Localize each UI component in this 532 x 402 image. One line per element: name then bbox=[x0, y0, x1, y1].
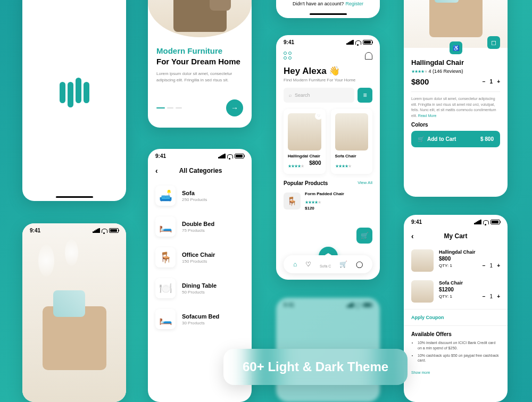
cart-item[interactable]: Hallingdal Chair$800QTY: 1− 1 + bbox=[404, 245, 508, 276]
add-to-cart-button[interactable]: 🛒Add to Cart$ 800 bbox=[411, 131, 500, 147]
next-button[interactable]: → bbox=[226, 99, 243, 116]
cart-item[interactable]: Sofa Chair$1200QTY: 1− 1 + bbox=[404, 276, 508, 307]
apply-coupon-link[interactable]: Apply Coupon bbox=[404, 309, 508, 326]
category-item[interactable]: 🍽️Dining Table50 Products bbox=[148, 273, 252, 304]
cart-image bbox=[411, 249, 434, 272]
home-indicator bbox=[310, 13, 347, 15]
hero-image bbox=[148, 0, 252, 37]
popular-item[interactable]: 🪑Form Padded Chair★★★★★$120 bbox=[276, 189, 380, 213]
chair-icon: 🪑 bbox=[155, 247, 176, 267]
view-all-link[interactable]: View All bbox=[358, 180, 372, 186]
price: $800 bbox=[411, 77, 429, 86]
product-image bbox=[335, 113, 369, 150]
nav-cart-icon[interactable]: 🛒 bbox=[339, 261, 347, 268]
minus-icon: − bbox=[483, 294, 486, 299]
status-time: 9:41 bbox=[30, 228, 40, 233]
product-photo bbox=[22, 223, 126, 402]
offers-title: Available Offers bbox=[411, 331, 500, 337]
sofabed-icon: 🛏️ bbox=[155, 309, 176, 329]
greeting: Hey Alexa 👋 bbox=[276, 64, 380, 78]
status-time: 9:41 bbox=[284, 39, 294, 45]
stars-icon: ★★★★★ bbox=[288, 164, 304, 169]
cart-image bbox=[411, 280, 434, 303]
register-prompt: Didn't have an account? bbox=[293, 1, 344, 6]
plus-icon: + bbox=[497, 263, 500, 269]
heart-icon[interactable]: ♡ bbox=[315, 112, 322, 120]
plus-icon: + bbox=[497, 79, 500, 85]
quantity-stepper[interactable]: − 1 + bbox=[483, 294, 500, 299]
minus-icon: − bbox=[483, 79, 486, 85]
back-icon[interactable]: ‹ bbox=[411, 232, 414, 240]
category-item[interactable]: 🛏️Sofacum Bed30 Products bbox=[148, 304, 252, 334]
share-button[interactable]: ◻ bbox=[487, 36, 500, 49]
cart-icon: 🛒 bbox=[418, 136, 424, 142]
app-logo bbox=[60, 78, 89, 107]
nav-home-icon[interactable]: ⌂ bbox=[293, 261, 297, 268]
nav-heart-icon[interactable]: ♡ bbox=[305, 261, 311, 268]
read-more-link[interactable]: Read More bbox=[418, 114, 437, 118]
bed-icon: 🛏️ bbox=[155, 216, 176, 237]
status-icons bbox=[93, 228, 119, 233]
cart-screen: 9:41 ‹My Cart Hallingdal Chair$800QTY: 1… bbox=[404, 215, 508, 402]
cart-title: My Cart bbox=[411, 232, 500, 240]
table-icon: 🍽️ bbox=[155, 278, 176, 298]
onboarding-screen: Modern FurnitureFor Your Dream Home Lore… bbox=[148, 0, 252, 128]
detail-image: ♿◻ bbox=[404, 0, 508, 48]
page-dots[interactable] bbox=[156, 107, 182, 108]
product-card[interactable]: Sofa Chair★★★★★ bbox=[331, 109, 373, 174]
menu-icon[interactable] bbox=[284, 52, 292, 60]
search-input[interactable]: ⌕Search bbox=[284, 88, 354, 103]
plus-icon: + bbox=[497, 294, 500, 299]
product-name: Hallingdal Chair bbox=[411, 58, 500, 66]
register-link[interactable]: Register bbox=[345, 1, 363, 6]
rating: ★★★★★ 4 (146 Reviews) bbox=[411, 69, 500, 74]
popular-title: Popular Products bbox=[284, 180, 328, 186]
greeting-sub: Find Modern Furniture For Your Home bbox=[276, 78, 380, 88]
onboard-body: Lorem ipsum dolor sit amet, consectetur … bbox=[156, 71, 243, 83]
status-time: 9:41 bbox=[411, 219, 422, 225]
status-icons bbox=[474, 220, 500, 224]
bottom-nav: ⌂ ♡ Sofa C 🛒 ◯ bbox=[284, 255, 372, 273]
offer-item: 10% cashback upto $50 on paypal free cas… bbox=[418, 353, 500, 364]
splash-screen bbox=[22, 0, 126, 201]
cart-float-button[interactable]: 🛒 bbox=[356, 228, 372, 244]
nav-user-icon[interactable]: ◯ bbox=[356, 261, 363, 268]
search-icon: ⌕ bbox=[289, 93, 292, 98]
show-more-link[interactable]: Show more bbox=[411, 371, 508, 374]
stars-icon: ★★★★★ bbox=[305, 200, 321, 205]
detail-screen: ♿◻ Hallingdal Chair ★★★★★ 4 (146 Reviews… bbox=[404, 0, 508, 197]
status-icons bbox=[218, 154, 244, 158]
status-time: 9:41 bbox=[155, 153, 166, 159]
theme-banner: 60+ Light & Dark Theme bbox=[223, 349, 408, 385]
image-screen: 9:41 bbox=[22, 223, 126, 402]
filter-button[interactable]: ≡ bbox=[358, 88, 372, 103]
offer-item: 10% instant discount on ICICI Bank Credi… bbox=[418, 340, 500, 351]
status-icons bbox=[346, 40, 372, 45]
minus-icon: − bbox=[483, 263, 486, 269]
home-screen: 9:41 Hey Alexa 👋 Find Modern Furniture F… bbox=[276, 35, 380, 280]
quantity-stepper[interactable]: − 1 + bbox=[483, 263, 500, 269]
home-indicator bbox=[56, 196, 93, 198]
category-item[interactable]: 🛏️Double Bed75 Products bbox=[148, 211, 252, 242]
colors-label: Colors bbox=[411, 122, 500, 128]
nav-label: Sofa C bbox=[320, 264, 331, 268]
quantity-stepper[interactable]: −1+ bbox=[483, 79, 500, 85]
categories-title: All Categories bbox=[179, 167, 222, 174]
back-icon[interactable]: ‹ bbox=[155, 166, 158, 175]
product-card[interactable]: ♡Hallingdal Chair★★★★★$800 bbox=[284, 109, 326, 174]
sofa-icon: 🛋️ bbox=[155, 186, 176, 206]
ar-button[interactable]: ♿ bbox=[450, 41, 462, 54]
category-item[interactable]: 🛋️Sofa250 Products bbox=[148, 180, 252, 211]
bell-icon[interactable] bbox=[365, 52, 372, 60]
stars-icon: ★★★★★ bbox=[335, 164, 351, 169]
description: Lorem ipsum dolor sit amet, consectetur … bbox=[411, 96, 500, 119]
register-snippet: Didn't have an account?Register bbox=[276, 0, 380, 18]
popular-image: 🪑 bbox=[284, 192, 301, 210]
category-item[interactable]: 🪑Office Chair150 Products bbox=[148, 242, 252, 273]
onboard-title: Modern FurnitureFor Your Dream Home bbox=[156, 46, 243, 66]
